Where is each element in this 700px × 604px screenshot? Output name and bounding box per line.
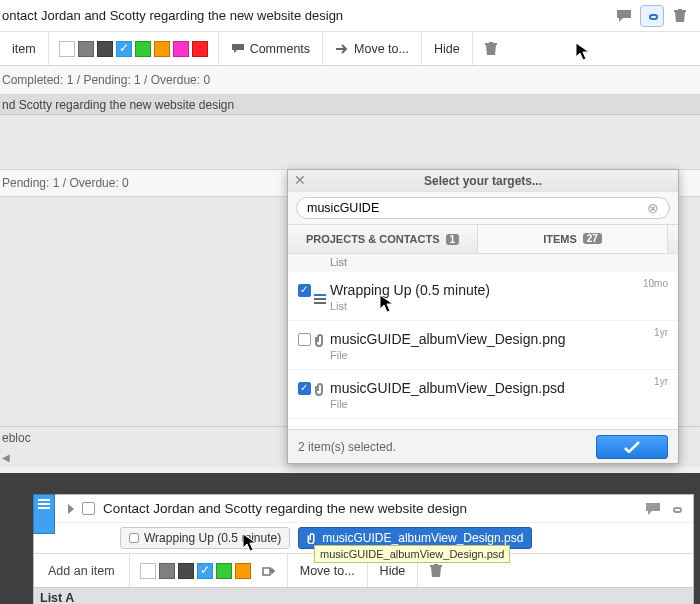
partial-title-band: nd Scotty regarding the new website desi…: [0, 95, 700, 115]
item-title: musicGUIDE_albumView_Design.psd: [330, 380, 666, 396]
hide-button[interactable]: Hide: [422, 32, 473, 65]
linked-chips-row: Wrapping Up (0.5 minute) musicGUIDE_albu…: [34, 523, 693, 553]
swatch-green[interactable]: [216, 563, 232, 579]
search-box[interactable]: ⊗: [296, 197, 670, 219]
search-input[interactable]: [307, 201, 647, 215]
swatch-blue-selected[interactable]: [116, 41, 132, 57]
swatch-orange[interactable]: [154, 41, 170, 57]
attachment-icon: [314, 333, 326, 350]
item-subtype: File: [330, 398, 666, 410]
link-icon-button[interactable]: [640, 5, 664, 27]
swatch-orange[interactable]: [235, 563, 251, 579]
item-age: 1yr: [654, 376, 668, 387]
tooltip: musicGUIDE_albumView_Design.psd: [314, 545, 510, 563]
group-header-list: List: [288, 254, 678, 272]
swatch-gray[interactable]: [159, 563, 175, 579]
task-card-title: Contact Jordan and Scotty regarding the …: [103, 501, 637, 516]
link-icon[interactable]: [669, 502, 683, 516]
top-panel: ontact Jordan and Scotty regarding the n…: [0, 0, 700, 95]
move-to-button[interactable]: Move to...: [323, 32, 422, 65]
trash-icon-button[interactable]: [668, 5, 692, 27]
popup-footer: 2 item(s) selected.: [288, 429, 678, 463]
attachment-icon: [307, 532, 317, 544]
disclosure-triangle[interactable]: [68, 504, 74, 514]
popup-title: Select your targets...: [288, 174, 678, 188]
target-item[interactable]: Wrapping Up (0.5 minute) List 10mo: [288, 272, 678, 321]
target-item[interactable]: musicGUIDE_albumView_Design.png File 1yr: [288, 321, 678, 370]
task-title: ontact Jordan and Scotty regarding the n…: [0, 8, 612, 23]
popup-titlebar: ✕ Select your targets...: [288, 170, 678, 192]
comments-icon-button[interactable]: [612, 5, 636, 27]
trash-button[interactable]: [473, 32, 509, 65]
task-checkbox[interactable]: [82, 502, 95, 515]
item-title: Wrapping Up (0.5 minute): [330, 282, 666, 298]
comments-icon[interactable]: [645, 502, 661, 516]
toolbar: item Comments Move to... Hide: [0, 32, 700, 66]
comments-button[interactable]: Comments: [219, 32, 323, 65]
item-title: musicGUIDE_albumView_Design.png: [330, 331, 666, 347]
selection-count: 2 item(s) selected.: [298, 440, 596, 454]
tab-items[interactable]: ITEMS27: [478, 225, 668, 253]
title-row: ontact Jordan and Scotty regarding the n…: [0, 0, 700, 32]
scroll-left-caret[interactable]: ◀: [2, 452, 10, 463]
swatch-darkgray[interactable]: [97, 41, 113, 57]
tab-projects-contacts[interactable]: PROJECTS & CONTACTS1: [288, 225, 478, 253]
status-bar-1: Completed: 1 / Pending: 1 / Overdue: 0: [0, 66, 700, 94]
item-label[interactable]: item: [0, 32, 49, 65]
search-clear-icon[interactable]: ⊗: [647, 200, 659, 216]
item-checkbox[interactable]: [298, 382, 311, 395]
add-item-button[interactable]: Add an item: [34, 564, 129, 578]
item-age: 1yr: [654, 327, 668, 338]
item-checkbox[interactable]: [298, 284, 311, 297]
task-card-header: Contact Jordan and Scotty regarding the …: [34, 495, 693, 523]
confirm-button[interactable]: [596, 435, 668, 459]
targets-popup: ✕ Select your targets... ⊗ PROJECTS & CO…: [287, 169, 679, 464]
swatch-red[interactable]: [192, 41, 208, 57]
list-a-header[interactable]: List A: [34, 587, 693, 604]
card-export-icon[interactable]: [261, 554, 287, 587]
attachment-icon: [314, 382, 326, 399]
swatch-white[interactable]: [140, 563, 156, 579]
blank-band: [0, 115, 700, 169]
bottom-panel: Contact Jordan and Scotty regarding the …: [0, 473, 700, 604]
list-icon: [314, 284, 326, 306]
popup-tabs: PROJECTS & CONTACTS1 ITEMS27: [288, 224, 678, 254]
chip-checkbox[interactable]: [129, 533, 139, 543]
chip-list[interactable]: Wrapping Up (0.5 minute): [120, 527, 290, 549]
drag-handle[interactable]: [33, 494, 55, 534]
swatch-darkgray[interactable]: [178, 563, 194, 579]
task-card: Contact Jordan and Scotty regarding the …: [33, 494, 694, 604]
swatch-white[interactable]: [59, 41, 75, 57]
popup-close-button[interactable]: ✕: [294, 173, 306, 187]
swatch-pink[interactable]: [173, 41, 189, 57]
item-age: 10mo: [643, 278, 668, 289]
swatch-gray[interactable]: [78, 41, 94, 57]
item-subtype: List: [330, 300, 666, 312]
target-item[interactable]: musicGUIDE_albumView_Design.psd File 1yr: [288, 370, 678, 419]
swatch-green[interactable]: [135, 41, 151, 57]
popup-search-row: ⊗: [288, 192, 678, 224]
item-subtype: File: [330, 349, 666, 361]
popup-list[interactable]: Wrapping Up (0.5 minute) List 10mo music…: [288, 272, 678, 429]
color-swatches: [49, 32, 219, 65]
swatch-blue-selected[interactable]: [197, 563, 213, 579]
item-checkbox[interactable]: [298, 333, 311, 346]
